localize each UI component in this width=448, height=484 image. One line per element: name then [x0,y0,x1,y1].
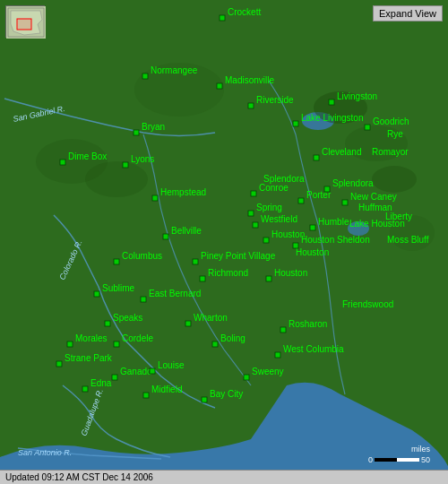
city-marker [364,118,371,125]
city-marker [247,97,254,104]
city-marker [56,355,63,362]
city-marker [122,156,129,163]
expand-view-button[interactable]: Expand View [373,5,443,22]
city-marker [66,335,73,342]
svg-rect-48 [56,361,62,367]
svg-rect-25 [324,186,330,192]
svg-rect-13 [220,15,225,21]
svg-point-4 [345,125,408,161]
scale-label: miles [368,445,430,454]
map-background [0,0,448,484]
city-marker [292,115,299,122]
svg-rect-43 [280,327,286,333]
svg-rect-40 [141,297,146,302]
city-marker [199,270,206,277]
status-text: Updated 09:12 AM CST Dec 14 2006 [5,472,153,482]
city-marker [265,270,272,277]
svg-rect-38 [266,276,271,281]
scale-bar: miles 0 50 [368,445,430,464]
svg-rect-47 [275,352,280,358]
city-marker [309,219,316,226]
city-marker [162,228,169,235]
city-marker [104,315,111,322]
city-marker [111,368,118,376]
svg-point-8 [372,166,417,193]
city-marker [140,290,147,298]
svg-rect-37 [200,276,205,281]
city-marker [263,231,270,238]
city-marker [113,335,120,342]
svg-rect-32 [163,234,168,239]
city-marker [192,253,199,260]
city-marker [142,67,149,74]
svg-rect-54 [202,397,207,402]
svg-rect-46 [212,341,218,347]
svg-rect-12 [17,19,31,30]
city-marker [297,192,305,199]
city-marker [274,346,281,353]
city-marker [211,335,219,342]
svg-rect-17 [329,99,334,105]
city-marker [151,189,159,196]
city-marker [243,368,250,376]
svg-rect-34 [293,243,298,248]
city-marker [313,149,320,156]
svg-rect-28 [342,200,348,205]
scale-line: 0 50 [368,455,430,464]
svg-rect-52 [82,386,88,392]
svg-rect-39 [94,291,99,297]
svg-rect-33 [263,238,269,243]
svg-rect-19 [293,121,298,126]
svg-rect-18 [134,130,139,135]
map-container: Expand View San Gabriel R. Colorado R. G… [0,0,448,484]
svg-rect-36 [193,259,198,264]
svg-point-5 [390,215,435,251]
svg-rect-41 [105,321,110,326]
city-marker [216,77,223,84]
svg-rect-42 [185,321,191,326]
status-bar: Updated 09:12 AM CST Dec 14 2006 [0,470,448,484]
svg-rect-22 [123,162,128,168]
city-marker [133,124,140,131]
svg-rect-16 [248,103,254,108]
svg-rect-30 [253,222,258,228]
svg-rect-49 [150,368,155,374]
svg-rect-0 [0,0,448,484]
city-marker [252,216,259,223]
svg-rect-24 [251,191,256,196]
city-marker [247,204,254,212]
scale-segment-white [397,458,419,462]
svg-rect-14 [142,73,148,79]
svg-rect-15 [217,83,222,89]
scale-segment-black [375,458,397,462]
svg-point-7 [314,91,367,124]
city-marker [219,9,226,16]
city-marker [341,194,349,201]
city-marker [82,380,89,387]
svg-rect-26 [152,195,158,201]
svg-rect-53 [143,393,149,398]
svg-rect-44 [67,341,73,347]
city-marker [328,93,335,100]
city-marker [323,180,331,187]
city-marker [59,153,66,160]
svg-rect-20 [365,125,370,130]
city-marker [250,185,257,192]
svg-point-9 [85,161,148,197]
svg-rect-27 [298,198,304,203]
city-marker [280,321,287,328]
overview-map [5,5,45,38]
city-marker [142,386,150,393]
city-marker [113,253,120,260]
city-marker [185,315,192,322]
scale-tick-0: 0 [368,455,373,464]
svg-rect-45 [114,341,119,347]
svg-rect-31 [310,225,315,230]
svg-point-2 [348,221,369,236]
svg-rect-23 [314,155,319,160]
city-marker [292,237,299,244]
svg-rect-35 [114,259,119,264]
city-marker [201,391,208,398]
city-marker [93,285,100,292]
svg-rect-51 [244,375,249,380]
